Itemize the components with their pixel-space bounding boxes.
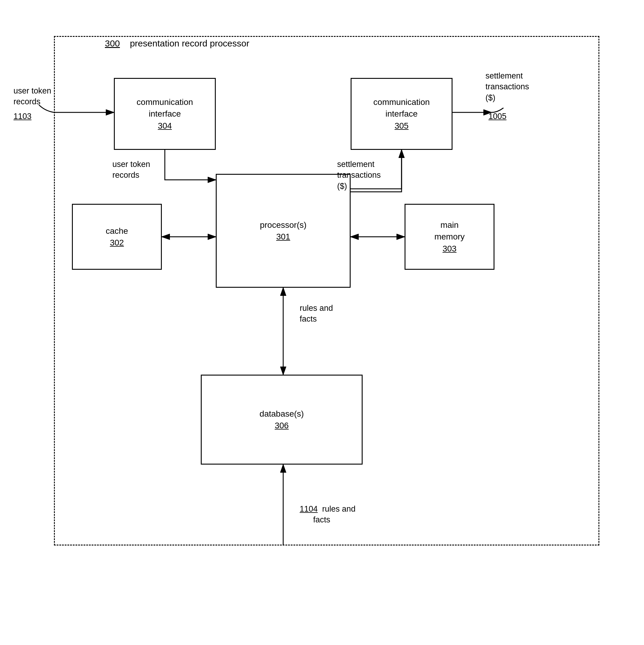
processor-label: processor(s) — [260, 219, 306, 231]
settlement-out-label: settlementtransactions($) — [485, 70, 529, 103]
processor-box: processor(s) 301 — [216, 174, 351, 288]
cache-ref: 302 — [110, 237, 124, 248]
comm305-ref: 305 — [395, 120, 409, 132]
title-ref: 300 — [105, 38, 120, 48]
settlement-internal-label: settlementtransactions($) — [337, 159, 381, 192]
user-token-ref: 1103 — [13, 112, 31, 121]
user-token-internal-label: user tokenrecords — [113, 159, 150, 181]
database-box: database(s) 306 — [201, 375, 363, 465]
cache-box: cache 302 — [72, 204, 162, 270]
mainmem-box: mainmemory 303 — [405, 204, 494, 270]
comm-interface-304-box: communicationinterface 304 — [114, 78, 216, 150]
diagram-container: 300 presentation record processor commun… — [12, 12, 632, 633]
settlement-ref-label: 1005 — [488, 111, 506, 122]
user-token-in-text: user tokenrecords — [13, 86, 51, 106]
mainmem-ref: 303 — [443, 243, 457, 254]
diagram-title: 300 presentation record processor — [105, 38, 249, 48]
comm-interface-305-box: communicationinterface 305 — [351, 78, 452, 150]
user-token-ref-label: 1103 — [13, 111, 31, 122]
user-token-in-label: user tokenrecords — [13, 85, 51, 107]
comm305-label: communicationinterface — [373, 96, 430, 120]
comm304-label: communicationinterface — [137, 96, 193, 120]
comm304-ref: 304 — [158, 120, 172, 132]
mainmem-label: mainmemory — [434, 219, 464, 242]
database-ref: 306 — [275, 420, 289, 431]
processor-ref: 301 — [276, 231, 290, 242]
rules-facts-down-label: 1104 rules and facts — [300, 503, 356, 525]
cache-label: cache — [106, 225, 128, 237]
rules-facts-up-label: rules andfacts — [300, 303, 333, 325]
title-text: presentation record processor — [130, 38, 249, 48]
database-label: database(s) — [259, 408, 304, 420]
